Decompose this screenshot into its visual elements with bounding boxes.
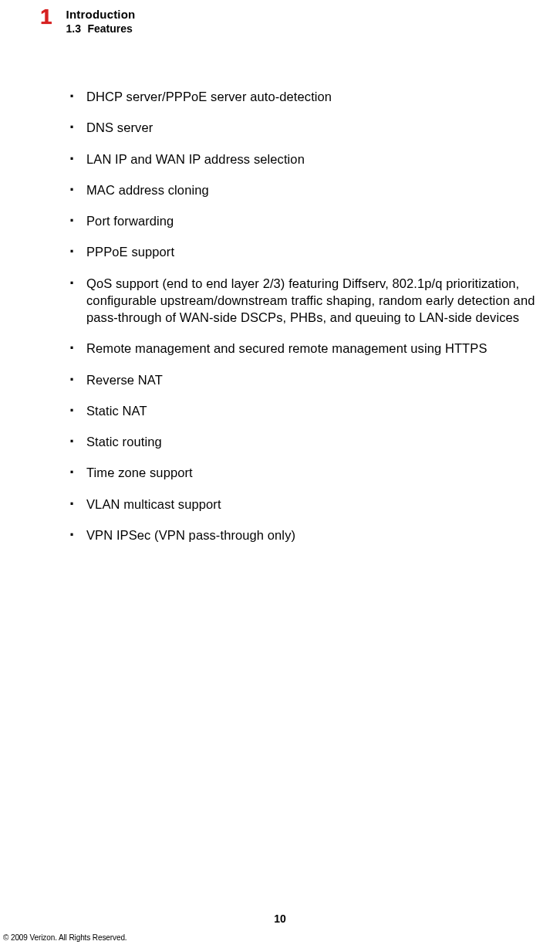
list-item: VPN IPSec (VPN pass-through only) — [69, 526, 554, 543]
document-page: 1 Introduction 1.3 Features DHCP server/… — [0, 0, 560, 948]
section-line: 1.3 Features — [66, 22, 136, 36]
page-header: 1 Introduction 1.3 Features — [0, 8, 560, 36]
list-item: Reverse NAT — [69, 371, 554, 388]
list-item: Remote management and secured remote man… — [69, 340, 554, 357]
list-item: DHCP server/PPPoE server auto-detection — [69, 88, 554, 105]
header-text-block: Introduction 1.3 Features — [66, 8, 136, 36]
list-item: DNS server — [69, 119, 554, 136]
list-item: LAN IP and WAN IP address selection — [69, 151, 554, 168]
list-item: Port forwarding — [69, 212, 554, 229]
chapter-number: 1 — [40, 6, 52, 28]
page-number: 10 — [0, 912, 560, 925]
list-item: VLAN multicast support — [69, 496, 554, 513]
list-item: MAC address cloning — [69, 181, 554, 198]
list-item: Time zone support — [69, 464, 554, 481]
list-item: PPPoE support — [69, 243, 554, 260]
chapter-title: Introduction — [66, 8, 136, 21]
feature-list: DHCP server/PPPoE server auto-detection … — [69, 88, 554, 543]
list-item: Static routing — [69, 433, 554, 450]
list-item: QoS support (end to end layer 2/3) featu… — [69, 275, 554, 327]
section-title: Features — [88, 22, 133, 35]
list-item: Static NAT — [69, 402, 554, 419]
section-number: 1.3 — [66, 22, 81, 35]
copyright-notice: © 2009 Verizon. All Rights Reserved. — [3, 933, 127, 942]
content-area: DHCP server/PPPoE server auto-detection … — [0, 36, 560, 543]
